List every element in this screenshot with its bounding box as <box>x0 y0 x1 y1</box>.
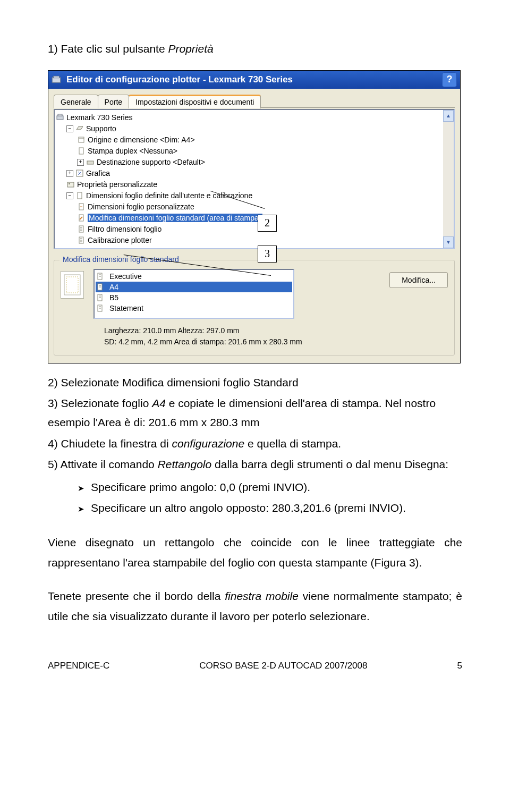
source-icon <box>77 136 86 144</box>
svg-rect-6 <box>87 161 94 164</box>
step-4-pre: Chiudete la finestra di <box>61 437 172 450</box>
titlebar: Editor di configurazione plotter - Lexma… <box>48 71 460 89</box>
listbox-sizes[interactable]: Executive A4 B5 Statement <box>94 269 294 319</box>
list-item-executive[interactable]: Executive <box>96 271 292 282</box>
svg-rect-1 <box>53 76 59 78</box>
svg-rect-3 <box>58 114 62 116</box>
tree-node-root[interactable]: Lexmark 730 Series <box>56 112 442 123</box>
tabs: Generale Porte Impostazioni dispositivi … <box>54 94 455 108</box>
bullet-1: Specificare primo angolo: 0,0 (premi INV… <box>78 477 462 498</box>
step-3-pre: Selezionate foglio <box>61 397 152 409</box>
list-icon <box>96 293 104 302</box>
svg-rect-5 <box>79 148 83 154</box>
scroll-track[interactable] <box>443 122 454 236</box>
para2-pre: Tenete presente che il bordo della <box>48 590 225 602</box>
list-item-a4[interactable]: A4 <box>96 282 292 292</box>
scrollbar[interactable]: ▲ ▼ <box>443 110 454 248</box>
dest-icon <box>86 158 95 166</box>
paragraph-2: Tenete presente che il bordo della fines… <box>48 586 462 627</box>
tab-impostazioni[interactable]: Impostazioni dispositivi e documenti <box>129 95 261 108</box>
callout-2: 2 <box>258 215 277 232</box>
minus-icon[interactable]: − <box>66 192 73 199</box>
list-icon <box>96 304 104 312</box>
help-button[interactable]: ? <box>442 72 457 87</box>
tree-node-duplex[interactable]: Stampa duplex <Nessuna> <box>56 146 442 157</box>
bullet-list: Specificare primo angolo: 0,0 (premi INV… <box>78 477 462 519</box>
screenshot-window: Editor di configurazione plotter - Lexma… <box>48 70 461 363</box>
step-4-post: e quella di stampa. <box>244 437 341 450</box>
tree-node-filtro[interactable]: Filtro dimensioni foglio <box>56 224 442 235</box>
modify-button[interactable]: Modifica... <box>389 272 448 288</box>
step-4-em: configurazione <box>172 437 245 450</box>
list-icon <box>96 283 104 291</box>
plus-icon[interactable]: + <box>66 170 73 177</box>
step-5: 5) Attivate il comando Rettangolo dalla … <box>48 455 462 474</box>
page-icon <box>77 147 86 155</box>
tree-content: Lexmark 730 Series − Supporto Origine e … <box>55 110 443 248</box>
list-item-b5[interactable]: B5 <box>96 292 292 303</box>
svg-rect-10 <box>78 192 82 199</box>
svg-rect-2 <box>57 116 63 120</box>
list-icon <box>77 225 86 233</box>
page-preview-icon <box>61 271 84 299</box>
tree-node-modifica-dim-standard[interactable]: Modifica dimensioni foglio standard (are… <box>56 213 442 224</box>
step-4: 4) Chiudete la finestra di configurazion… <box>48 434 462 453</box>
scroll-up-icon[interactable]: ▲ <box>443 110 454 122</box>
tree-node-calibrazione[interactable]: Calibrazione plotter <box>56 235 442 246</box>
para2-em: finestra mobile <box>225 590 299 602</box>
tree-node-origine[interactable]: Origine e dimensione <Dim: A4> <box>56 134 442 146</box>
group-modifica: Modifica dimensioni foglio standard Exec… <box>54 260 455 356</box>
scroll-down-icon[interactable]: ▼ <box>443 236 454 248</box>
step-1-em: Proprietà <box>168 43 213 55</box>
step-3-num: 3) <box>48 397 58 409</box>
step-4-num: 4) <box>48 437 58 450</box>
list-icon <box>77 236 86 244</box>
group-legend: Modifica dimensioni foglio standard <box>60 255 182 264</box>
dim-line-1: Larghezza: 210.0 mm Altezza: 297.0 mm <box>104 325 448 336</box>
window-body: Generale Porte Impostazioni dispositivi … <box>48 89 460 363</box>
dimensions-text: Larghezza: 210.0 mm Altezza: 297.0 mm SD… <box>104 325 448 348</box>
list-item-statement[interactable]: Statement <box>96 303 292 314</box>
footer: APPENDICE-C CORSO BASE 2-D AUTOCAD 2007/… <box>48 661 462 671</box>
footer-center: CORSO BASE 2-D AUTOCAD 2007/2008 <box>199 661 367 671</box>
tabstrip-line <box>260 107 455 108</box>
page-custom-icon <box>77 202 86 211</box>
list-icon <box>96 272 104 281</box>
minus-icon[interactable]: − <box>66 125 73 132</box>
properties-icon <box>66 180 75 189</box>
step-5-em: Rettangolo <box>158 458 212 470</box>
tree-view[interactable]: Lexmark 730 Series − Supporto Origine e … <box>54 109 455 249</box>
footer-left: APPENDICE-C <box>48 661 109 671</box>
bullet-2: Specificare un altro angolo opposto: 280… <box>78 498 462 519</box>
step-2-text: Selezionate Modifica dimensioni foglio S… <box>61 376 299 388</box>
window-title: Editor di configurazione plotter - Lexma… <box>66 74 437 85</box>
step-3-em: A4 <box>152 397 166 409</box>
step-2-num: 2) <box>48 376 58 388</box>
tree-node-destinazione[interactable]: + Destinazione supporto <Default> <box>56 157 442 168</box>
tab-porte[interactable]: Porte <box>98 95 129 108</box>
tree-node-dimensioni-utente[interactable]: − Dimensioni foglio definite dall'utente… <box>56 190 442 201</box>
paragraph-1: Viene disegnato un rettangolo che coinci… <box>48 532 462 573</box>
step-5-num: 5) <box>48 458 58 470</box>
plus-icon[interactable]: + <box>77 159 84 166</box>
document-page: 1) Fate clic sul pulsante Proprietà Edit… <box>0 0 510 692</box>
app-icon <box>52 75 61 84</box>
step-5-pre: Attivate il comando <box>60 458 157 470</box>
tree-node-supporto[interactable]: − Supporto <box>56 123 442 134</box>
step-2: 2) Selezionate Modifica dimensioni fogli… <box>48 373 462 392</box>
tree-node-proprieta[interactable]: Proprietà personalizzate <box>56 179 442 190</box>
page-edit-icon <box>77 214 86 222</box>
graphics-icon <box>75 169 84 177</box>
dim-line-2: SD: 4.2 mm, 4.2 mm Area di stampa: 201.6… <box>104 336 448 348</box>
tray-icon <box>75 124 84 133</box>
step-1-num: 1) <box>48 43 58 55</box>
step-1-text: Fate clic sul pulsante <box>61 43 168 55</box>
step-1: 1) Fate clic sul pulsante Proprietà <box>48 39 462 58</box>
callout-3: 3 <box>258 246 277 263</box>
step-3: 3) Selezionate foglio A4 e copiate le di… <box>48 394 462 432</box>
svg-rect-4 <box>79 137 84 142</box>
svg-rect-8 <box>67 182 74 187</box>
tab-generale[interactable]: Generale <box>54 95 98 108</box>
step-5-post: dalla barra degli strumenti o dal menu D… <box>211 458 448 470</box>
tree-node-grafica[interactable]: + Grafica <box>56 168 442 179</box>
